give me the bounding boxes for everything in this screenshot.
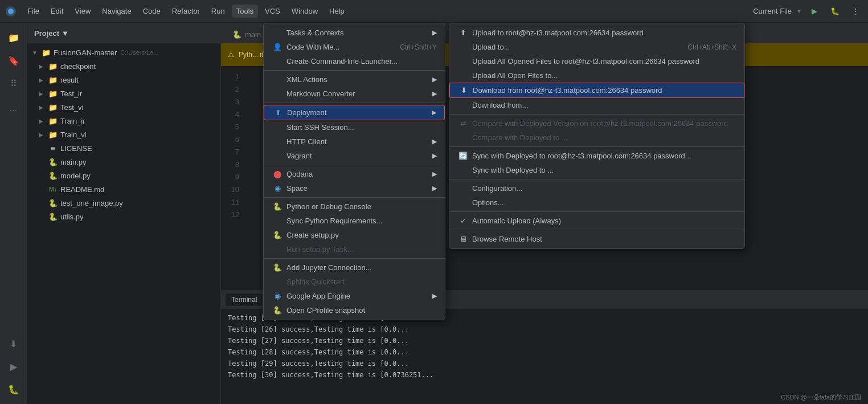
submenu-sep-4 bbox=[449, 211, 744, 212]
menu-space[interactable]: ◉ Space ▶ bbox=[264, 181, 445, 195]
submenu-download-from[interactable]: Download from... bbox=[449, 98, 744, 112]
upload-icon: ⬆ bbox=[457, 28, 469, 37]
submenu-automatic-upload[interactable]: ✓ Automatic Upload (Always) bbox=[449, 214, 744, 228]
menu-code-with-me[interactable]: 👤 Code With Me... Ctrl+Shift+Y bbox=[264, 40, 445, 54]
deployment-icon: ⬆ bbox=[272, 108, 284, 117]
codewithme-icon: 👤 bbox=[272, 43, 283, 51]
separator-1 bbox=[264, 70, 445, 71]
menu-vagrant[interactable]: Vagrant ▶ bbox=[264, 149, 445, 163]
menu-tasks-contexts[interactable]: Tasks & Contexts ▶ bbox=[264, 26, 445, 40]
python-console-icon: 🐍 bbox=[272, 202, 283, 211]
menu-xml-actions[interactable]: XML Actions ▶ bbox=[264, 72, 445, 87]
dropdown-overlay: Tasks & Contexts ▶ 👤 Code With Me... Ctr… bbox=[0, 23, 868, 404]
menu-tools[interactable]: Tools bbox=[232, 5, 258, 18]
submenu-sync-deployed-server[interactable]: 🔄 Sync with Deployed to root@hz-t3.matpo… bbox=[449, 149, 744, 163]
menu-http-client[interactable]: HTTP Client ▶ bbox=[264, 134, 445, 149]
setup-icon: 🐍 bbox=[272, 231, 283, 239]
submenu-download-from-server[interactable]: ⬇ Download from root@hz-t3.matpool.com:2… bbox=[449, 83, 744, 98]
submenu-sync-deployed-to[interactable]: Sync with Deployed to ... bbox=[449, 163, 744, 177]
space-icon: ◉ bbox=[272, 184, 283, 193]
menu-qodana[interactable]: ⬤ Qodana ▶ bbox=[264, 167, 445, 181]
checkmark-icon: ✓ bbox=[457, 217, 469, 225]
submenu-compare-deployed-version: ⇄ Compare with Deployed Version on root@… bbox=[449, 116, 744, 130]
menu-file[interactable]: File bbox=[23, 5, 44, 18]
submenu-upload-all-open-to[interactable]: Upload All Open Files to... bbox=[449, 68, 744, 83]
menu-add-jupyter[interactable]: 🐍 Add Jupyter Connection... bbox=[264, 260, 445, 275]
menu-google-app-engine[interactable]: ◉ Google App Engine ▶ bbox=[264, 289, 445, 303]
jupyter-icon: 🐍 bbox=[272, 263, 283, 272]
download-icon: ⬇ bbox=[458, 86, 469, 95]
menu-edit[interactable]: Edit bbox=[46, 5, 68, 18]
menu-start-ssh[interactable]: Start SSH Session... bbox=[264, 120, 445, 134]
submenu-compare-deployed-to: Compare with Deployed to ... bbox=[449, 130, 744, 145]
remote-host-icon: 🖥 bbox=[457, 235, 469, 243]
run-button[interactable]: ▶ bbox=[806, 3, 822, 19]
separator-3 bbox=[264, 165, 445, 165]
cprofile-icon: 🐍 bbox=[272, 306, 283, 315]
separator-5 bbox=[264, 258, 445, 259]
menubar: File Edit View Navigate Code Refactor Ru… bbox=[0, 0, 868, 23]
current-file-label[interactable]: Current File bbox=[753, 7, 792, 15]
menu-sphinx-quickstart: Sphinx Quickstart bbox=[264, 275, 445, 289]
menu-view[interactable]: View bbox=[70, 5, 95, 18]
separator-4 bbox=[264, 197, 445, 198]
submenu-upload-to[interactable]: Upload to... Ctrl+Alt+Shift+X bbox=[449, 40, 744, 54]
submenu-sep-2 bbox=[449, 146, 744, 147]
menu-navigate[interactable]: Navigate bbox=[97, 5, 136, 18]
menu-deployment[interactable]: ⬆ Deployment ▶ bbox=[264, 105, 445, 120]
submenu-browse-remote[interactable]: 🖥 Browse Remote Host bbox=[449, 232, 744, 246]
debug-button[interactable]: 🐛 bbox=[827, 3, 843, 19]
more-button[interactable]: ⋮ bbox=[847, 3, 863, 19]
qodana-icon: ⬤ bbox=[272, 170, 283, 178]
menu-create-setup[interactable]: 🐍 Create setup.py bbox=[264, 228, 445, 242]
menu-markdown-converter[interactable]: Markdown Converter ▶ bbox=[264, 87, 445, 101]
menu-refactor[interactable]: Refactor bbox=[167, 5, 204, 18]
gae-icon: ◉ bbox=[272, 292, 283, 300]
menu-sync-python-req[interactable]: Sync Python Requirements... bbox=[264, 214, 445, 228]
tools-menu: Tasks & Contexts ▶ 👤 Code With Me... Ctr… bbox=[263, 23, 445, 320]
submenu-sep-1 bbox=[449, 114, 744, 115]
submenu-upload-to-server[interactable]: ⬆ Upload to root@hz-t3.matpool.com:26634… bbox=[449, 26, 744, 40]
submenu-options[interactable]: Options... bbox=[449, 195, 744, 210]
menu-code[interactable]: Code bbox=[138, 5, 165, 18]
menu-help[interactable]: Help bbox=[325, 5, 349, 18]
submenu-configuration[interactable]: Configuration... bbox=[449, 181, 744, 195]
menu-open-cprofile[interactable]: 🐍 Open CProfile snapshot bbox=[264, 303, 445, 317]
menu-vcs[interactable]: VCS bbox=[260, 5, 285, 18]
svg-point-1 bbox=[8, 9, 14, 14]
menu-create-launcher[interactable]: Create Command-line Launcher... bbox=[264, 54, 445, 68]
menu-window[interactable]: Window bbox=[287, 5, 322, 18]
submenu-sep-3 bbox=[449, 179, 744, 179]
app-logo bbox=[5, 5, 17, 18]
submenu-sep-5 bbox=[449, 230, 744, 230]
menu-run[interactable]: Run bbox=[207, 5, 230, 18]
toolbar-right: Current File ▼ ▶ 🐛 ⋮ bbox=[753, 3, 863, 19]
menu-python-debug-console[interactable]: 🐍 Python or Debug Console bbox=[264, 199, 445, 214]
sync-icon: 🔄 bbox=[457, 152, 469, 160]
submenu-upload-all-opened[interactable]: Upload All Opened Files to root@hz-t3.ma… bbox=[449, 54, 744, 68]
deployment-submenu: ⬆ Upload to root@hz-t3.matpool.com:26634… bbox=[449, 23, 745, 249]
menu-run-setup: Run setup.py Task... bbox=[264, 242, 445, 256]
separator-2 bbox=[264, 103, 445, 103]
